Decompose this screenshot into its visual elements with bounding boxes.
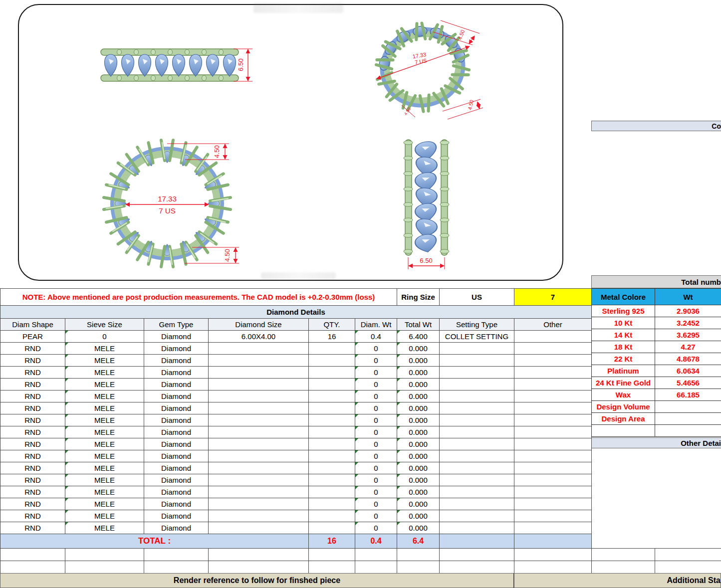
cell-other [514, 355, 592, 367]
cell-qty [309, 450, 355, 462]
cell-diam-shape: RND [0, 355, 65, 367]
cell-setting-type [440, 450, 514, 462]
metal-name: Sterling 925 [592, 305, 655, 317]
cell-qty [309, 391, 355, 402]
cell-qty [309, 367, 355, 379]
cell-setting-type [440, 474, 514, 486]
dim-front-ring-size: 7 US [159, 206, 175, 215]
cell-diam-shape: PEAR [0, 331, 65, 343]
cell-sieve-size: 0 [65, 331, 144, 343]
cell-sieve-size: MELE [65, 486, 144, 498]
dim-front-width-bottom: 4.50 [224, 249, 231, 261]
metal-name: Design Volume [592, 401, 655, 413]
ring-size-label: Ring Size [397, 288, 440, 306]
col-header-diamond-size: Diamond Size [209, 319, 309, 331]
jewelry-spec-sheet: 6.50 17.33 7 US [0, 0, 721, 588]
diamond-table-row: PEAR 0 Diamond 6.00X4.00 16 0.4 6.400 CO… [0, 331, 592, 343]
cell-sieve-size: MELE [65, 438, 144, 450]
col-header-diam-wt: Diam. Wt [355, 319, 397, 331]
diamond-table-row: RND MELE Diamond 0 0.000 [0, 522, 592, 534]
empty-cell [655, 549, 721, 561]
cell-other [514, 462, 592, 474]
cell-other [514, 498, 592, 510]
cell-diam-shape: RND [0, 498, 65, 510]
cell-diam-wt: 0 [355, 426, 397, 438]
cell-total-wt: 0.000 [397, 486, 440, 498]
empty-cell [355, 561, 397, 574]
cell-diamond-size [209, 426, 309, 438]
perspective-ring [367, 12, 481, 120]
metal-name: Platinum [592, 365, 655, 377]
band-stones [104, 54, 236, 76]
empty-cell [397, 561, 440, 574]
cell-total-wt: 0.000 [397, 498, 440, 510]
additional-stamp-label: Additional Sta [667, 576, 721, 585]
cell-diam-shape: RND [0, 438, 65, 450]
metal-name: 14 Kt [592, 329, 655, 341]
empty-cell [144, 549, 209, 561]
col-header-other: Other [514, 319, 592, 331]
cell-diam-wt: 0 [355, 391, 397, 402]
cell-total-wt: 0.000 [397, 462, 440, 474]
cell-setting-type [440, 367, 514, 379]
cell-diam-wt: 0 [355, 498, 397, 510]
cell-sieve-size: MELE [65, 379, 144, 391]
cell-diam-shape: RND [0, 486, 65, 498]
cell-other [514, 331, 592, 343]
cell-qty [309, 462, 355, 474]
empty-cell [309, 561, 355, 574]
cell-diamond-size [209, 486, 309, 498]
cell-other [514, 426, 592, 438]
cell-sieve-size: MELE [65, 522, 144, 534]
cell-gem-type: Diamond [144, 391, 209, 402]
metal-color-header: Metal Colore [592, 289, 655, 305]
cell-diam-shape: RND [0, 391, 65, 402]
cell-diam-wt: 0 [355, 450, 397, 462]
cell-diamond-size: 6.00X4.00 [209, 331, 309, 343]
cell-setting-type [440, 462, 514, 474]
diamond-table-row: RND MELE Diamond 0 0.000 [0, 486, 592, 498]
dim-persp-ring-size: 7 US [414, 57, 427, 65]
cell-qty [309, 510, 355, 522]
cell-setting-type [440, 379, 514, 391]
cell-diamond-size [209, 510, 309, 522]
empty-cell [592, 425, 655, 437]
ring-size-value: 7 [514, 288, 592, 306]
diamond-table-row: RND MELE Diamond 0 0.000 [0, 438, 592, 450]
metal-weight-value: 5.4656 [655, 377, 721, 389]
total-qty: 16 [308, 534, 355, 549]
cell-other [514, 486, 592, 498]
cell-total-wt: 0.000 [397, 379, 440, 391]
cell-diam-shape: RND [0, 474, 65, 486]
diamond-table-row: RND MELE Diamond 0 0.000 [0, 391, 592, 402]
cell-qty [309, 426, 355, 438]
empty-cell [209, 549, 309, 561]
cell-setting-type [440, 498, 514, 510]
additional-stamp-band: Additional Sta [514, 573, 721, 588]
cell-total-wt: 0.000 [397, 438, 440, 450]
metal-name: Wax [592, 389, 655, 401]
cell-setting-type [440, 391, 514, 402]
cell-diam-wt: 0 [355, 355, 397, 367]
cell-sieve-size: MELE [65, 391, 144, 402]
profile-stones [414, 140, 438, 254]
empty-cell [309, 549, 355, 561]
cell-setting-type [440, 355, 514, 367]
front-prongs [104, 140, 231, 267]
col-header-total-wt: Total Wt [397, 319, 440, 331]
cell-qty: 16 [309, 331, 355, 343]
diamond-table-row: RND MELE Diamond 0 0.000 [0, 402, 592, 414]
cell-gem-type: Diamond [144, 331, 209, 343]
total-setting-empty [439, 534, 514, 549]
cell-diamond-size [209, 367, 309, 379]
cell-total-wt: 0.000 [397, 510, 440, 522]
empty-cell [655, 561, 721, 574]
metal-weight-table: Metal Colore Wt Sterling 925 2.9036 10 K… [591, 288, 721, 437]
cell-other [514, 450, 592, 462]
watermark-smudge [253, 3, 343, 13]
empty-cell [0, 549, 65, 561]
metal-wt-header: Wt [655, 289, 721, 305]
cell-sieve-size: MELE [65, 402, 144, 414]
cell-setting-type [440, 438, 514, 450]
render-reference-label: Render reference to follow for finshed p… [174, 576, 340, 585]
